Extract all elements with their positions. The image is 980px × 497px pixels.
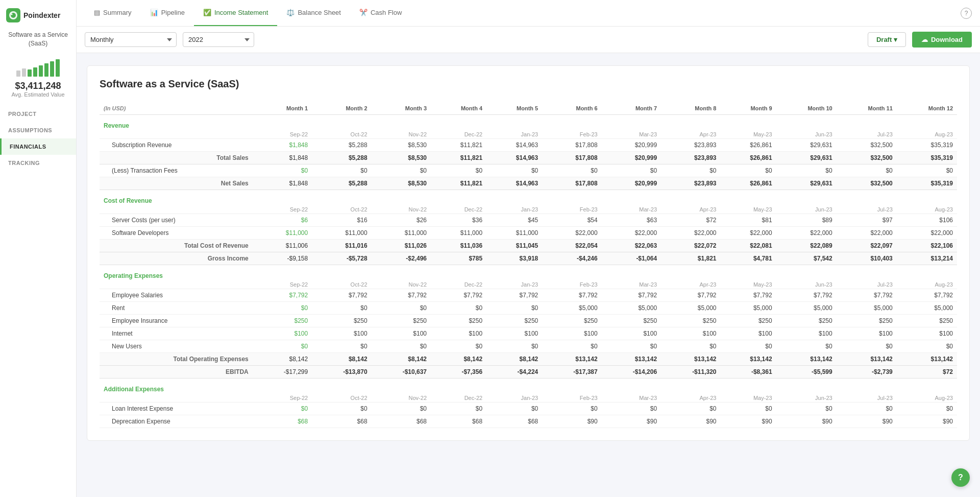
cell-value: $0 — [372, 164, 431, 177]
cell-value: $11,036 — [431, 240, 486, 252]
cell-value: -$10,637 — [372, 366, 431, 378]
date-row-label-empty — [100, 205, 253, 214]
cell-value: $22,000 — [837, 227, 897, 240]
cell-value: $0 — [312, 403, 371, 415]
cell-value: $17,808 — [542, 177, 601, 190]
cell-value: $68 — [486, 415, 542, 428]
cell-value: $250 — [897, 315, 957, 327]
cell-value: $250 — [776, 315, 837, 327]
date-cell-operating_expenses-7: Apr-23 — [661, 280, 720, 289]
cell-value: $0 — [431, 403, 486, 415]
cell-value: $90 — [602, 415, 661, 428]
cell-value: $0 — [661, 340, 720, 353]
cash-flow-icon: ✂️ — [359, 9, 368, 16]
row-label: Server Costs (per user) — [100, 214, 253, 227]
row-label: EBITDA — [100, 366, 253, 378]
cell-value: -$4,224 — [486, 366, 542, 378]
date-cell-additional_expenses-11: Aug-23 — [897, 394, 957, 403]
cell-value: $0 — [661, 164, 720, 177]
period-select[interactable]: Monthly Quarterly Annually — [85, 32, 177, 47]
date-cell-cost_of_revenue-5: Feb-23 — [542, 205, 601, 214]
year-select[interactable]: 2022 2023 2024 — [183, 32, 254, 47]
cell-value: $0 — [602, 340, 661, 353]
col-header-m5: Month 5 — [486, 102, 542, 115]
date-cell-revenue-2: Nov-22 — [372, 130, 431, 139]
cell-value: $14,963 — [486, 152, 542, 164]
sidebar-item-project[interactable]: PROJECT — [0, 106, 76, 122]
table-row: Software Developers$11,000$11,000$11,000… — [100, 227, 957, 240]
cell-value: $5,000 — [661, 302, 720, 315]
cell-value: $0 — [486, 164, 542, 177]
cell-value: $5,288 — [312, 139, 371, 152]
cell-value: $4,781 — [721, 252, 776, 265]
cell-value: $0 — [542, 164, 601, 177]
tab-income-statement[interactable]: ✅ Income Statement — [194, 0, 278, 26]
bar-4 — [33, 67, 37, 77]
download-button[interactable]: ☁ Download — [912, 32, 972, 48]
cell-value: $250 — [542, 315, 601, 327]
cell-value: $6 — [253, 214, 312, 227]
pipeline-icon: 📊 — [150, 9, 158, 16]
cell-value: $5,000 — [721, 302, 776, 315]
cell-value: $22,054 — [542, 240, 601, 252]
sidebar-item-tracking[interactable]: TRACKING — [0, 155, 76, 171]
cell-value: $0 — [253, 340, 312, 353]
cell-value: $0 — [312, 340, 371, 353]
date-cell-additional_expenses-0: Sep-22 — [253, 394, 312, 403]
sidebar-item-financials[interactable]: FINANCIALS — [0, 138, 76, 155]
cell-value: $72 — [897, 366, 957, 378]
col-header-m1: Month 1 — [253, 102, 312, 115]
date-cell-revenue-11: Aug-23 — [897, 130, 957, 139]
metric-label: Avg. Estimated Value — [11, 91, 64, 98]
date-cell-additional_expenses-9: Jun-23 — [776, 394, 837, 403]
cell-value: $0 — [372, 403, 431, 415]
cell-value: $100 — [602, 327, 661, 340]
cell-value: $20,999 — [602, 152, 661, 164]
report-card: Software as a Service (SaaS) (In USD) Mo… — [87, 65, 970, 441]
tab-balance-sheet[interactable]: ⚖️ Balance Sheet — [277, 0, 350, 26]
cell-value: $100 — [486, 327, 542, 340]
col-header-m10: Month 10 — [776, 102, 837, 115]
sidebar-item-assumptions[interactable]: ASSUMPTIONS — [0, 122, 76, 138]
cell-value: $0 — [837, 403, 897, 415]
cell-value: $23,893 — [661, 152, 720, 164]
tab-pipeline[interactable]: 📊 Pipeline — [141, 0, 194, 26]
cell-value: $5,288 — [312, 152, 371, 164]
tab-summary[interactable]: ▤ Summary — [85, 0, 141, 26]
cell-value: $8,142 — [486, 353, 542, 366]
cell-value: $7,792 — [897, 289, 957, 302]
date-cell-operating_expenses-4: Jan-23 — [486, 280, 542, 289]
cell-value: $11,026 — [372, 240, 431, 252]
cell-value: $35,319 — [897, 177, 957, 190]
cell-value: $90 — [721, 415, 776, 428]
cell-value: $11,821 — [431, 139, 486, 152]
date-row-label-empty — [100, 130, 253, 139]
draft-button[interactable]: Draft ▾ — [868, 32, 906, 47]
cell-value: $0 — [372, 302, 431, 315]
date-cell-operating_expenses-0: Sep-22 — [253, 280, 312, 289]
date-cell-revenue-8: May-23 — [721, 130, 776, 139]
help-icon[interactable]: ? — [961, 8, 972, 19]
cell-value: $250 — [372, 315, 431, 327]
cell-value: $106 — [897, 214, 957, 227]
cell-value: $90 — [837, 415, 897, 428]
toolbar: Monthly Quarterly Annually 2022 2023 202… — [77, 27, 980, 53]
cell-value: $22,000 — [661, 227, 720, 240]
cell-value: $100 — [431, 327, 486, 340]
cell-value: $89 — [776, 214, 837, 227]
date-row-cost_of_revenue: Sep-22Oct-22Nov-22Dec-22Jan-23Feb-23Mar-… — [100, 205, 957, 214]
logo-area: Poindexter — [0, 8, 76, 31]
date-cell-operating_expenses-5: Feb-23 — [542, 280, 601, 289]
date-cell-operating_expenses-8: May-23 — [721, 280, 776, 289]
date-cell-cost_of_revenue-3: Dec-22 — [431, 205, 486, 214]
table-row: Employee Insurance$250$250$250$250$250$2… — [100, 315, 957, 327]
cell-value: $100 — [776, 327, 837, 340]
table-row: Employee Salaries$7,792$7,792$7,792$7,79… — [100, 289, 957, 302]
floating-help-button[interactable]: ? — [951, 468, 970, 487]
section-label-operating_expenses: Operating Expenses — [100, 265, 957, 281]
date-cell-operating_expenses-3: Dec-22 — [431, 280, 486, 289]
tab-cash-flow[interactable]: ✂️ Cash Flow — [350, 0, 411, 26]
cell-value: $8,142 — [372, 353, 431, 366]
cell-value: $0 — [776, 403, 837, 415]
cell-value: -$9,158 — [253, 252, 312, 265]
